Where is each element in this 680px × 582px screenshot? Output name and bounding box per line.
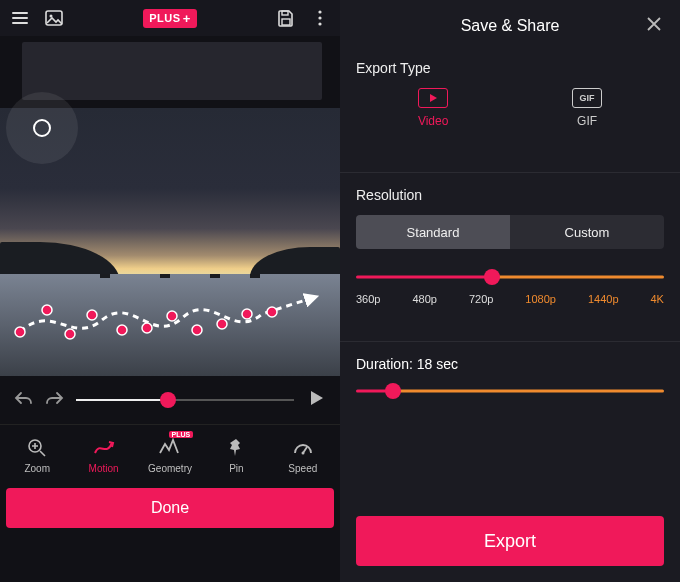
resolution-labels: 360p 480p 720p 1080p 1440p 4K: [356, 293, 664, 305]
tool-pin[interactable]: Pin: [203, 431, 269, 480]
resolution-slider[interactable]: [356, 267, 664, 287]
undo-icon[interactable]: [14, 390, 34, 410]
image-icon[interactable]: [44, 8, 64, 28]
plus-symbol: +: [183, 11, 191, 26]
resolution-section: Resolution Standard Custom 360p 480p 720…: [356, 187, 664, 305]
tool-speed[interactable]: Speed: [270, 431, 336, 480]
export-type-video[interactable]: Video: [418, 88, 448, 128]
tool-label: Motion: [89, 463, 119, 474]
tool-plus-badge: PLUS: [169, 431, 194, 438]
canvas-boat: [100, 274, 110, 278]
duration-label: Duration: 18 sec: [356, 356, 664, 372]
svg-point-16: [242, 309, 252, 319]
svg-point-7: [15, 327, 25, 337]
play-icon[interactable]: [306, 388, 326, 412]
save-share-panel: Save & Share Export Type Video GIF GIF R…: [340, 0, 680, 582]
export-type-label: GIF: [577, 114, 597, 128]
bottom-toolbar: Zoom Motion PLUS Geometry Pin Speed: [0, 424, 340, 482]
top-bar: PLUS +: [0, 0, 340, 36]
export-type-gif[interactable]: GIF GIF: [572, 88, 602, 128]
tool-label: Pin: [229, 463, 243, 474]
svg-point-11: [117, 325, 127, 335]
resolution-segmented[interactable]: Standard Custom: [356, 215, 664, 249]
svg-point-8: [42, 305, 52, 315]
done-label: Done: [151, 499, 189, 517]
svg-point-15: [217, 319, 227, 329]
export-button-label: Export: [484, 531, 536, 552]
panel-header: Save & Share: [356, 10, 664, 42]
motion-path[interactable]: [12, 290, 328, 350]
divider: [340, 341, 680, 342]
export-type-section: Export Type Video GIF GIF: [356, 60, 664, 136]
pin-icon: [226, 437, 246, 459]
export-button[interactable]: Export: [356, 516, 664, 566]
plus-badge[interactable]: PLUS +: [143, 9, 196, 28]
motion-icon: [92, 437, 116, 459]
tool-zoom[interactable]: Zoom: [4, 431, 70, 480]
export-type-title: Export Type: [356, 60, 664, 76]
svg-rect-3: [282, 19, 290, 25]
playback-slider[interactable]: [76, 390, 294, 410]
save-icon[interactable]: [276, 8, 296, 28]
done-button[interactable]: Done: [6, 488, 334, 528]
res-opt: 1440p: [588, 293, 619, 305]
res-opt: 720p: [469, 293, 493, 305]
res-opt: 480p: [412, 293, 436, 305]
tool-label: Speed: [288, 463, 317, 474]
svg-point-14: [192, 325, 202, 335]
speed-icon: [291, 437, 315, 459]
tool-motion[interactable]: Motion: [70, 431, 136, 480]
tool-label: Zoom: [24, 463, 50, 474]
seg-standard[interactable]: Standard: [356, 215, 510, 249]
svg-point-5: [318, 16, 321, 19]
export-type-label: Video: [418, 114, 448, 128]
canvas-boat: [250, 274, 260, 278]
geometry-icon: [158, 437, 182, 459]
zoom-icon: [26, 437, 48, 459]
editor-pane: PLUS +: [0, 0, 340, 582]
svg-point-17: [267, 307, 277, 317]
redo-icon[interactable]: [44, 390, 64, 410]
playback-row: [0, 376, 340, 424]
divider: [340, 172, 680, 173]
svg-point-13: [167, 311, 177, 321]
svg-point-6: [318, 22, 321, 25]
svg-point-9: [65, 329, 75, 339]
brush-circle-tool[interactable]: [6, 92, 78, 164]
gif-icon: GIF: [572, 88, 602, 108]
tool-geometry[interactable]: PLUS Geometry: [137, 431, 203, 480]
canvas-boat: [210, 274, 220, 278]
close-icon[interactable]: [644, 14, 664, 38]
resolution-title: Resolution: [356, 187, 664, 203]
svg-point-19: [301, 452, 304, 455]
svg-rect-2: [282, 11, 288, 15]
duration-slider[interactable]: [356, 382, 664, 400]
filmstrip[interactable]: [22, 42, 322, 100]
overflow-icon[interactable]: [310, 8, 330, 28]
seg-custom[interactable]: Custom: [510, 215, 664, 249]
svg-point-4: [318, 10, 321, 13]
plus-badge-text: PLUS: [149, 12, 180, 24]
tool-label: Geometry: [148, 463, 192, 474]
res-opt: 1080p: [525, 293, 556, 305]
svg-point-10: [87, 310, 97, 320]
svg-rect-0: [46, 11, 62, 25]
res-opt: 360p: [356, 293, 380, 305]
canvas-boat: [160, 274, 170, 278]
res-opt: 4K: [650, 293, 663, 305]
panel-title: Save & Share: [461, 17, 560, 35]
svg-point-12: [142, 323, 152, 333]
video-icon: [418, 88, 448, 108]
menu-icon[interactable]: [10, 8, 30, 28]
duration-section: Duration: 18 sec: [356, 356, 664, 400]
